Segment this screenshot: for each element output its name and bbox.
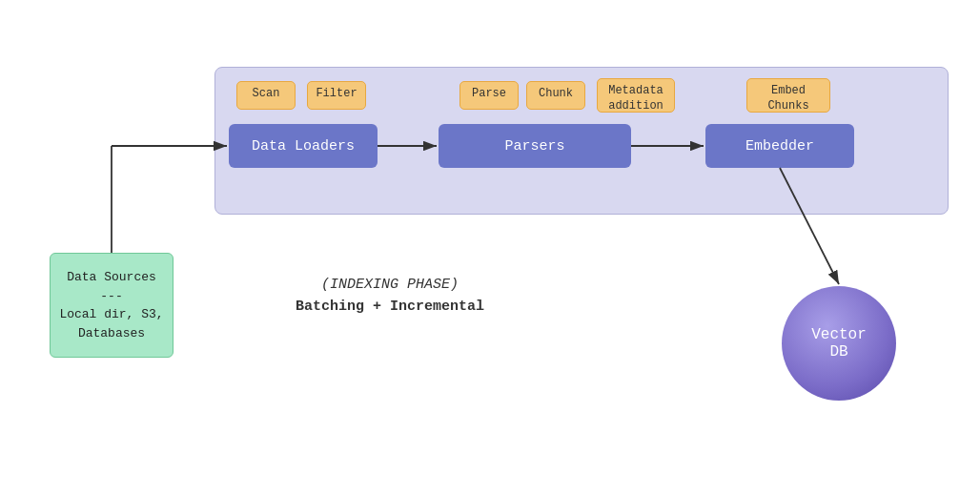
- parse-label: Parse: [459, 81, 519, 110]
- diagram-container: Scan Filter Parse Chunk Metadataaddition…: [0, 0, 980, 495]
- indexing-phase-line1: (INDEXING PHASE): [296, 277, 484, 293]
- indexing-phase-text: (INDEXING PHASE) Batching + Incremental: [296, 277, 484, 315]
- data-loaders-box: Data Loaders: [229, 124, 378, 168]
- vector-db-circle: VectorDB: [782, 286, 896, 401]
- data-sources-box: Data Sources---Local dir, S3,Databases: [50, 253, 174, 358]
- filter-label: Filter: [307, 81, 366, 110]
- vector-db-text: VectorDB: [811, 326, 867, 361]
- metadata-label: Metadataaddition: [597, 78, 675, 113]
- data-sources-text: Data Sources---Local dir, S3,Databases: [59, 268, 163, 342]
- parsers-box: Parsers: [439, 124, 631, 168]
- chunk-label: Chunk: [526, 81, 585, 110]
- scan-label: Scan: [236, 81, 296, 110]
- indexing-phase-line2: Batching + Incremental: [296, 299, 484, 315]
- embed-chunks-label: EmbedChunks: [746, 78, 830, 113]
- embedder-box: Embedder: [705, 124, 854, 168]
